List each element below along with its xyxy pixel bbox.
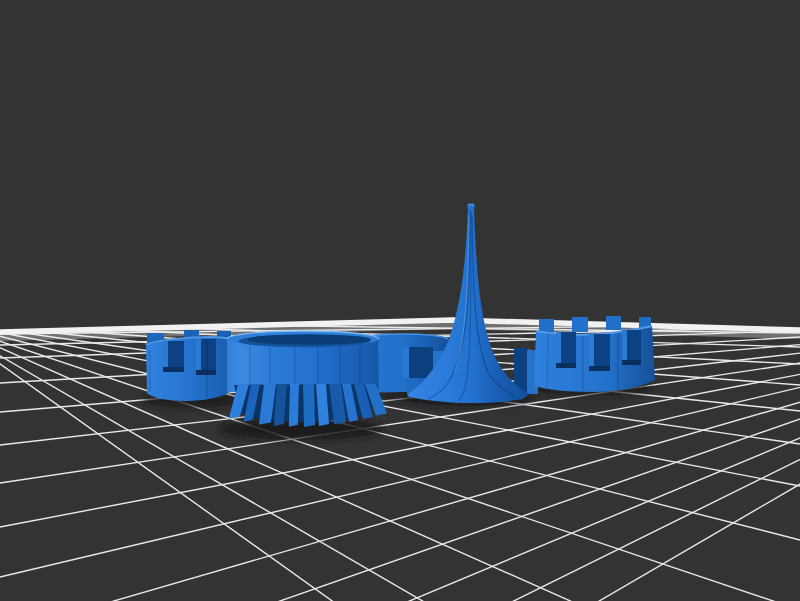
viewport-3d[interactable]: [0, 0, 800, 601]
model-castle-ring-large[interactable]: [227, 331, 387, 427]
model-castle-ring-left[interactable]: [146, 330, 231, 401]
scene-canvas[interactable]: [0, 0, 800, 601]
